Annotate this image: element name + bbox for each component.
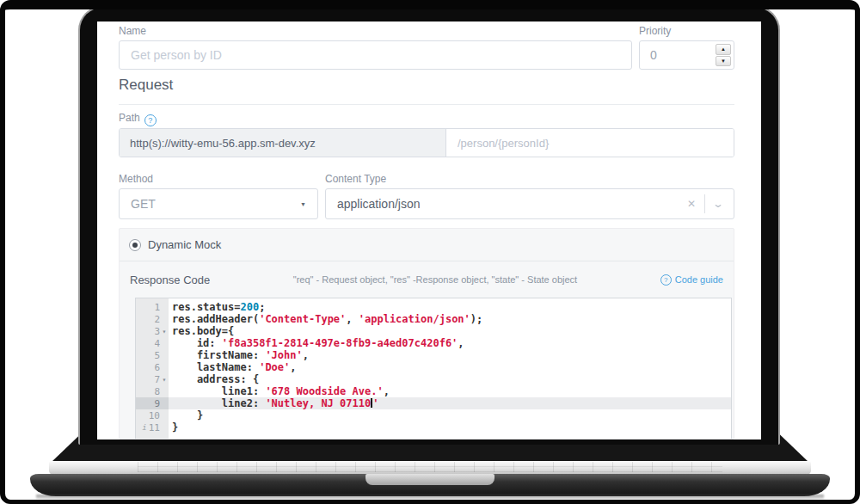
trackpad-notch <box>366 474 494 485</box>
context-objects-help: "req" - Request object, "res" -Response … <box>210 274 660 285</box>
code-line[interactable]: line1: '678 Woodside Ave.', <box>169 385 731 397</box>
code-guide-link[interactable]: ? Code guide <box>660 274 723 286</box>
dynamic-mock-panel: Dynamic Mock Response Code "req" - Reque… <box>119 228 734 439</box>
response-code-label: Response Code <box>130 274 210 286</box>
section-divider <box>119 104 734 105</box>
combo-divider <box>704 194 705 213</box>
gutter-line-number: 8 <box>136 385 169 397</box>
gutter-info-icon: i <box>142 423 146 432</box>
dynamic-mock-radio-row[interactable]: Dynamic Mock <box>120 229 734 261</box>
keyboard-keys <box>138 462 722 472</box>
radio-selected-icon[interactable] <box>129 239 141 251</box>
request-section-title: Request <box>119 77 173 94</box>
priority-input[interactable] <box>640 41 710 69</box>
gutter-line-number: 3▾ <box>136 325 169 337</box>
code-line[interactable]: lastName: 'Doe', <box>169 361 731 373</box>
method-select[interactable]: GET ▼ <box>119 188 318 219</box>
spin-up-button[interactable]: ▲ <box>716 44 731 55</box>
editor-code[interactable]: res.status=200;res.addHeader('Content-Ty… <box>169 298 731 439</box>
gutter-line-number: 6 <box>136 361 169 373</box>
priority-stepper: ▲ ▼ <box>639 40 734 70</box>
content-type-label: Content Type <box>325 173 386 185</box>
path-input-group: http(s)://witty-emu-56.app.sm-dev.xyz <box>119 128 734 157</box>
priority-label: Priority <box>639 25 671 37</box>
method-label: Method <box>119 173 153 185</box>
code-guide-text: Code guide <box>675 274 723 285</box>
code-line[interactable]: } <box>169 409 731 421</box>
code-line[interactable]: id: 'f8a358f1-2814-497e-8fb9-a4ed07c420f… <box>169 337 731 349</box>
clear-icon[interactable]: ✕ <box>687 198 696 210</box>
app-screen: Name Priority ▲ ▼ Request Path? http(s):… <box>97 22 761 439</box>
gutter-line-number: 9 <box>136 397 169 409</box>
code-line[interactable]: address: { <box>169 373 731 385</box>
name-label: Name <box>119 25 146 37</box>
spin-up-icon: ▲ <box>721 46 726 52</box>
gutter-line-number: 7▾ <box>136 373 169 385</box>
code-guide-help-icon: ? <box>660 274 672 286</box>
dropdown-caret-icon: ▼ <box>300 201 306 207</box>
fold-toggle-icon[interactable]: ▾ <box>160 328 169 335</box>
response-code-row: Response Code "req" - Request object, "r… <box>120 261 734 298</box>
code-line[interactable]: res.status=200; <box>169 301 731 313</box>
gutter-line-number: 10 <box>136 409 169 421</box>
gutter-line-number: 5 <box>136 349 169 361</box>
code-line[interactable]: res.body={ <box>169 325 731 337</box>
laptop-shadow <box>36 495 824 502</box>
chevron-down-icon[interactable]: ⌄ <box>712 198 724 210</box>
path-label-text: Path <box>119 112 140 124</box>
spin-down-icon: ▼ <box>721 58 726 64</box>
path-help-icon[interactable]: ? <box>144 114 157 126</box>
gutter-line-number: 2 <box>136 313 169 325</box>
priority-spinner: ▲ ▼ <box>716 44 731 66</box>
path-input[interactable] <box>446 129 734 157</box>
code-line[interactable]: } <box>169 421 731 433</box>
gutter-line-number: i11 <box>136 421 169 433</box>
content-type-value: application/json <box>337 197 421 211</box>
spin-down-button[interactable]: ▼ <box>716 56 731 67</box>
name-input[interactable] <box>119 40 632 70</box>
screenshot-frame: Name Priority ▲ ▼ Request Path? http(s):… <box>0 0 860 504</box>
code-line[interactable]: firstName: 'John', <box>169 349 731 361</box>
content-type-combo[interactable]: application/json ✕ ⌄ <box>325 188 734 219</box>
laptop-keyboard-deck <box>49 461 811 475</box>
gutter-line-number: 1 <box>136 301 169 313</box>
code-line[interactable]: line2: 'Nutley, NJ 07110' <box>169 397 731 409</box>
code-line[interactable]: res.addHeader('Content-Type', 'applicati… <box>169 313 731 325</box>
fold-toggle-icon[interactable]: ▾ <box>160 376 169 384</box>
path-prefix: http(s)://witty-emu-56.app.sm-dev.xyz <box>120 129 446 157</box>
method-value: GET <box>131 197 156 211</box>
dynamic-mock-label: Dynamic Mock <box>148 238 221 251</box>
radio-dot <box>132 243 138 248</box>
gutter-line-number: 4 <box>136 337 169 349</box>
laptop-lid: Name Priority ▲ ▼ Request Path? http(s):… <box>78 6 780 445</box>
editor-gutter: 123▾4567▾8910i11 <box>136 298 169 439</box>
path-label: Path? <box>119 112 157 126</box>
code-editor[interactable]: 123▾4567▾8910i11 res.status=200;res.addH… <box>135 298 732 439</box>
